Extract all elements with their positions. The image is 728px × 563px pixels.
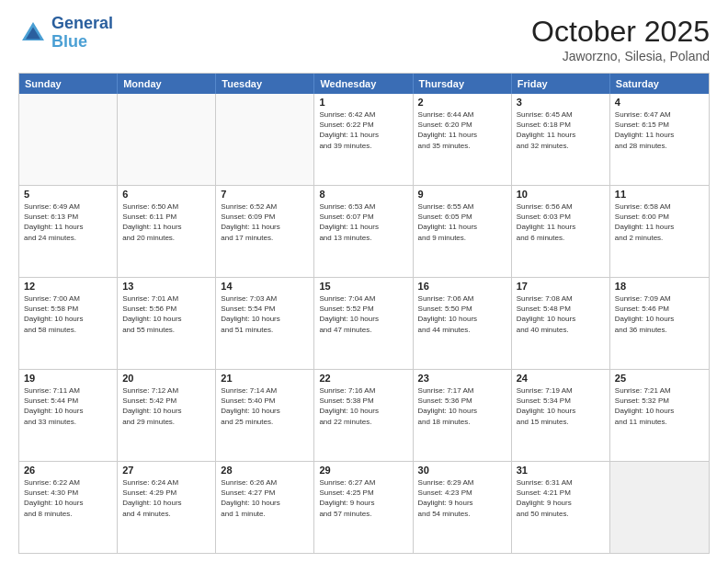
cell-info: Sunrise: 7:14 AM Sunset: 5:40 PM Dayligh… [221, 385, 309, 427]
day-number: 15 [319, 281, 407, 292]
cal-cell: 8Sunrise: 6:53 AM Sunset: 6:07 PM Daylig… [314, 186, 413, 277]
header-cell-wednesday: Wednesday [314, 74, 413, 94]
cell-info: Sunrise: 7:21 AM Sunset: 5:32 PM Dayligh… [615, 385, 704, 427]
header-cell-thursday: Thursday [414, 74, 512, 94]
cal-cell: 14Sunrise: 7:03 AM Sunset: 5:54 PM Dayli… [216, 278, 314, 369]
cell-info: Sunrise: 6:31 AM Sunset: 4:21 PM Dayligh… [517, 477, 605, 519]
calendar-row-2: 5Sunrise: 6:49 AM Sunset: 6:13 PM Daylig… [19, 185, 709, 277]
page: General Blue October 2025 Jaworzno, Sile… [0, 0, 728, 563]
cal-cell: 18Sunrise: 7:09 AM Sunset: 5:46 PM Dayli… [610, 278, 709, 369]
day-number: 30 [418, 465, 506, 476]
cal-cell: 16Sunrise: 7:06 AM Sunset: 5:50 PM Dayli… [414, 278, 512, 369]
header-cell-saturday: Saturday [610, 74, 709, 94]
header: General Blue October 2025 Jaworzno, Sile… [18, 15, 710, 63]
day-number: 4 [615, 97, 704, 108]
cal-cell: 30Sunrise: 6:29 AM Sunset: 4:23 PM Dayli… [414, 462, 512, 553]
cell-info: Sunrise: 6:52 AM Sunset: 6:09 PM Dayligh… [221, 201, 309, 243]
cell-info: Sunrise: 7:00 AM Sunset: 5:58 PM Dayligh… [24, 293, 112, 335]
cal-cell: 10Sunrise: 6:56 AM Sunset: 6:03 PM Dayli… [512, 186, 610, 277]
cal-cell: 17Sunrise: 7:08 AM Sunset: 5:48 PM Dayli… [512, 278, 610, 369]
cell-info: Sunrise: 6:26 AM Sunset: 4:27 PM Dayligh… [221, 477, 309, 519]
cell-info: Sunrise: 6:56 AM Sunset: 6:03 PM Dayligh… [517, 201, 605, 243]
day-number: 21 [221, 373, 309, 384]
cell-info: Sunrise: 7:17 AM Sunset: 5:36 PM Dayligh… [418, 385, 506, 427]
cal-cell: 2Sunrise: 6:44 AM Sunset: 6:20 PM Daylig… [414, 94, 512, 185]
day-number: 6 [122, 189, 210, 200]
cal-cell: 12Sunrise: 7:00 AM Sunset: 5:58 PM Dayli… [19, 278, 118, 369]
cell-info: Sunrise: 6:49 AM Sunset: 6:13 PM Dayligh… [24, 201, 112, 243]
day-number: 29 [319, 465, 407, 476]
cell-info: Sunrise: 7:19 AM Sunset: 5:34 PM Dayligh… [517, 385, 605, 427]
cal-cell: 3Sunrise: 6:45 AM Sunset: 6:18 PM Daylig… [512, 94, 610, 185]
cal-cell: 19Sunrise: 7:11 AM Sunset: 5:44 PM Dayli… [19, 370, 118, 461]
cal-cell [19, 94, 118, 185]
day-number: 31 [517, 465, 605, 476]
cal-cell: 24Sunrise: 7:19 AM Sunset: 5:34 PM Dayli… [512, 370, 610, 461]
cell-info: Sunrise: 6:42 AM Sunset: 6:22 PM Dayligh… [319, 109, 407, 151]
day-number: 22 [319, 373, 407, 384]
calendar: SundayMondayTuesdayWednesdayThursdayFrid… [18, 73, 710, 554]
cell-info: Sunrise: 6:53 AM Sunset: 6:07 PM Dayligh… [319, 201, 407, 243]
header-cell-sunday: Sunday [19, 74, 118, 94]
cal-cell: 1Sunrise: 6:42 AM Sunset: 6:22 PM Daylig… [314, 94, 413, 185]
cell-info: Sunrise: 7:16 AM Sunset: 5:38 PM Dayligh… [319, 385, 407, 427]
logo-icon [18, 18, 48, 48]
day-number: 3 [517, 97, 605, 108]
cell-info: Sunrise: 6:47 AM Sunset: 6:15 PM Dayligh… [615, 109, 704, 151]
day-number: 1 [319, 97, 407, 108]
day-number: 5 [24, 189, 112, 200]
logo-line2: Blue [51, 33, 113, 52]
day-number: 26 [24, 465, 112, 476]
title-block: October 2025 Jaworzno, Silesia, Poland [531, 15, 710, 63]
cell-info: Sunrise: 7:08 AM Sunset: 5:48 PM Dayligh… [517, 293, 605, 335]
cal-cell: 22Sunrise: 7:16 AM Sunset: 5:38 PM Dayli… [314, 370, 413, 461]
header-cell-tuesday: Tuesday [216, 74, 314, 94]
cal-cell: 29Sunrise: 6:27 AM Sunset: 4:25 PM Dayli… [314, 462, 413, 553]
cal-cell [118, 94, 216, 185]
day-number: 8 [319, 189, 407, 200]
cell-info: Sunrise: 6:44 AM Sunset: 6:20 PM Dayligh… [418, 109, 506, 151]
cal-cell: 15Sunrise: 7:04 AM Sunset: 5:52 PM Dayli… [314, 278, 413, 369]
cell-info: Sunrise: 6:50 AM Sunset: 6:11 PM Dayligh… [122, 201, 210, 243]
day-number: 2 [418, 97, 506, 108]
cell-info: Sunrise: 6:22 AM Sunset: 4:30 PM Dayligh… [24, 477, 112, 519]
cell-info: Sunrise: 7:03 AM Sunset: 5:54 PM Dayligh… [221, 293, 309, 335]
day-number: 25 [615, 373, 704, 384]
day-number: 17 [517, 281, 605, 292]
cal-cell: 21Sunrise: 7:14 AM Sunset: 5:40 PM Dayli… [216, 370, 314, 461]
cal-cell: 6Sunrise: 6:50 AM Sunset: 6:11 PM Daylig… [118, 186, 216, 277]
cal-cell: 23Sunrise: 7:17 AM Sunset: 5:36 PM Dayli… [414, 370, 512, 461]
header-cell-friday: Friday [512, 74, 610, 94]
calendar-row-5: 26Sunrise: 6:22 AM Sunset: 4:30 PM Dayli… [19, 461, 709, 553]
day-number: 10 [517, 189, 605, 200]
cal-cell: 26Sunrise: 6:22 AM Sunset: 4:30 PM Dayli… [19, 462, 118, 553]
cal-cell [216, 94, 314, 185]
cal-cell: 31Sunrise: 6:31 AM Sunset: 4:21 PM Dayli… [512, 462, 610, 553]
cell-info: Sunrise: 6:29 AM Sunset: 4:23 PM Dayligh… [418, 477, 506, 519]
cell-info: Sunrise: 7:09 AM Sunset: 5:46 PM Dayligh… [615, 293, 704, 335]
cal-cell: 28Sunrise: 6:26 AM Sunset: 4:27 PM Dayli… [216, 462, 314, 553]
calendar-header: SundayMondayTuesdayWednesdayThursdayFrid… [19, 74, 709, 94]
cal-cell: 27Sunrise: 6:24 AM Sunset: 4:29 PM Dayli… [118, 462, 216, 553]
cal-cell: 7Sunrise: 6:52 AM Sunset: 6:09 PM Daylig… [216, 186, 314, 277]
day-number: 13 [122, 281, 210, 292]
calendar-body: 1Sunrise: 6:42 AM Sunset: 6:22 PM Daylig… [19, 94, 709, 553]
subtitle: Jaworzno, Silesia, Poland [531, 49, 710, 63]
cal-cell: 11Sunrise: 6:58 AM Sunset: 6:00 PM Dayli… [610, 186, 709, 277]
cal-cell: 9Sunrise: 6:55 AM Sunset: 6:05 PM Daylig… [414, 186, 512, 277]
day-number: 18 [615, 281, 704, 292]
main-title: October 2025 [531, 15, 710, 49]
cell-info: Sunrise: 7:11 AM Sunset: 5:44 PM Dayligh… [24, 385, 112, 427]
cell-info: Sunrise: 6:27 AM Sunset: 4:25 PM Dayligh… [319, 477, 407, 519]
cell-info: Sunrise: 7:01 AM Sunset: 5:56 PM Dayligh… [122, 293, 210, 335]
day-number: 7 [221, 189, 309, 200]
day-number: 20 [122, 373, 210, 384]
cal-cell: 13Sunrise: 7:01 AM Sunset: 5:56 PM Dayli… [118, 278, 216, 369]
cell-info: Sunrise: 6:24 AM Sunset: 4:29 PM Dayligh… [122, 477, 210, 519]
cal-cell: 5Sunrise: 6:49 AM Sunset: 6:13 PM Daylig… [19, 186, 118, 277]
cal-cell: 20Sunrise: 7:12 AM Sunset: 5:42 PM Dayli… [118, 370, 216, 461]
cell-info: Sunrise: 6:45 AM Sunset: 6:18 PM Dayligh… [517, 109, 605, 151]
calendar-row-3: 12Sunrise: 7:00 AM Sunset: 5:58 PM Dayli… [19, 277, 709, 369]
cal-cell [610, 462, 709, 553]
cell-info: Sunrise: 7:06 AM Sunset: 5:50 PM Dayligh… [418, 293, 506, 335]
